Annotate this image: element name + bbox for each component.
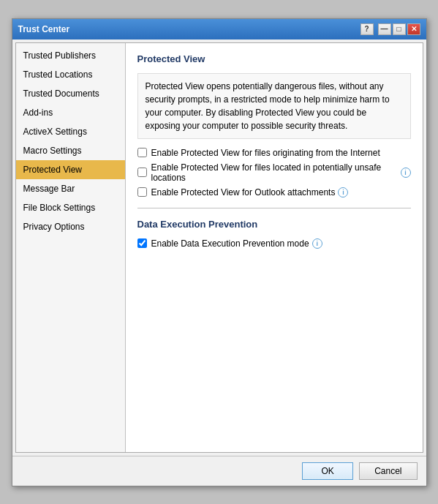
checkbox-internet-label: Enable Protected View for files originat… xyxy=(151,148,380,158)
dialog-footer: OK Cancel xyxy=(12,456,426,486)
close-button[interactable]: ✕ xyxy=(407,23,420,35)
checkbox-unsafe-label: Enable Protected View for files located … xyxy=(151,162,411,183)
title-bar-buttons: ? — □ ✕ xyxy=(360,23,420,35)
help-button[interactable]: ? xyxy=(360,23,374,35)
info-icon-dep[interactable]: i xyxy=(312,238,322,249)
protected-view-title: Protected View xyxy=(137,53,411,66)
sidebar-item-trusted-locations[interactable]: Trusted Locations xyxy=(16,65,125,84)
info-icon-outlook[interactable]: i xyxy=(338,187,348,198)
sidebar-item-privacy-options[interactable]: Privacy Options xyxy=(16,217,125,236)
minimize-button[interactable]: — xyxy=(378,23,391,35)
dep-title: Data Execution Prevention xyxy=(137,219,411,231)
maximize-button[interactable]: □ xyxy=(393,23,406,35)
checkbox-outlook[interactable] xyxy=(137,187,147,197)
ok-button[interactable]: OK xyxy=(302,462,353,480)
sidebar-item-trusted-documents[interactable]: Trusted Documents xyxy=(16,84,125,103)
checkbox-internet-row: Enable Protected View for files originat… xyxy=(137,148,411,158)
checkbox-internet[interactable] xyxy=(137,148,147,157)
checkbox-outlook-label: Enable Protected View for Outlook attach… xyxy=(151,187,349,198)
cancel-button[interactable]: Cancel xyxy=(359,462,417,480)
sidebar-item-add-ins[interactable]: Add-ins xyxy=(16,103,125,122)
checkbox-dep-row: Enable Data Execution Prevention mode i xyxy=(137,238,411,249)
checkbox-unsafe-locations[interactable] xyxy=(137,168,147,177)
sidebar-item-protected-view[interactable]: Protected View xyxy=(16,160,125,179)
sidebar-item-message-bar[interactable]: Message Bar xyxy=(16,179,125,198)
title-bar: Trust Center ? — □ ✕ xyxy=(12,19,426,40)
checkbox-unsafe-row: Enable Protected View for files located … xyxy=(137,162,411,183)
sidebar-item-file-block-settings[interactable]: File Block Settings xyxy=(16,198,125,217)
protected-view-description: Protected View opens potentially dangero… xyxy=(137,73,411,139)
dialog-body: Trusted Publishers Trusted Locations Tru… xyxy=(15,42,423,453)
dialog-title: Trust Center xyxy=(18,24,70,34)
trust-center-dialog: Trust Center ? — □ ✕ Trusted Publishers … xyxy=(12,18,427,486)
checkbox-dep[interactable] xyxy=(137,238,147,248)
info-icon-unsafe[interactable]: i xyxy=(401,168,411,178)
content-area: Protected View Protected View opens pote… xyxy=(126,43,423,452)
sidebar-item-trusted-publishers[interactable]: Trusted Publishers xyxy=(16,46,125,65)
sidebar-item-activex-settings[interactable]: ActiveX Settings xyxy=(16,122,125,141)
sidebar-item-macro-settings[interactable]: Macro Settings xyxy=(16,141,125,160)
section-separator xyxy=(137,208,411,208)
checkbox-outlook-row: Enable Protected View for Outlook attach… xyxy=(137,187,411,198)
sidebar: Trusted Publishers Trusted Locations Tru… xyxy=(16,43,126,452)
checkbox-dep-label: Enable Data Execution Prevention mode i xyxy=(151,238,322,249)
